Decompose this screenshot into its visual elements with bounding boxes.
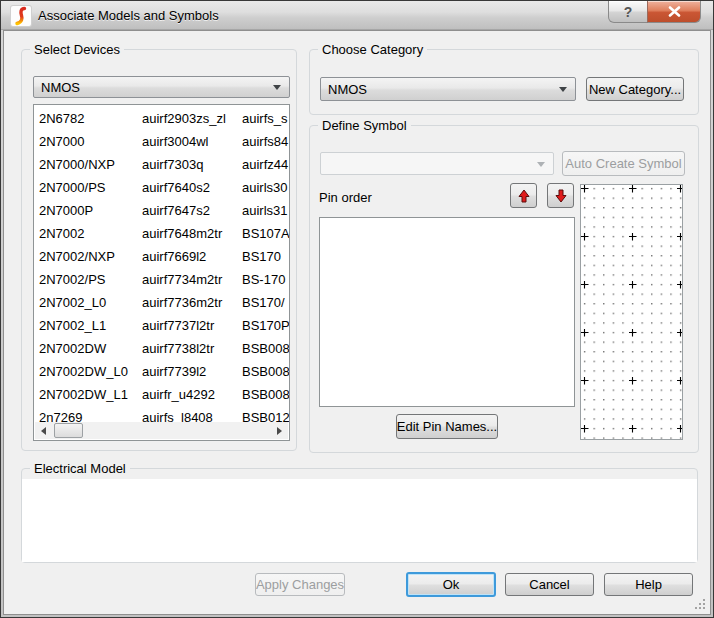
ok-button[interactable]: Ok: [406, 572, 496, 597]
select-devices-label: Select Devices: [30, 42, 124, 57]
list-item[interactable]: 2N7002/NXPauirf7669l2BS170: [34, 245, 289, 268]
list-item[interactable]: 2N7000auirf3004wlauirfs84: [34, 130, 289, 153]
electrical-model-textarea[interactable]: [22, 479, 697, 562]
device-listbox[interactable]: 2N6782auirf2903zs_zlauirfs_s2N7000auirf3…: [33, 104, 290, 441]
device-list-hscrollbar[interactable]: [35, 422, 288, 439]
symbol-combobox: [320, 152, 554, 175]
scroll-right-button[interactable]: [271, 422, 288, 439]
dialog-associate-models-and-symbols: Associate Models and Symbols ? Select De…: [0, 0, 714, 618]
pin-order-label: Pin order: [319, 190, 372, 205]
symbol-preview-canvas[interactable]: [580, 184, 683, 440]
category-combobox-value: NMOS: [328, 82, 367, 97]
list-item[interactable]: 2N7002_L0auirf7736m2trBS170/: [34, 291, 289, 314]
define-symbol-label: Define Symbol: [318, 118, 411, 133]
pin-order-listbox[interactable]: [319, 217, 575, 407]
device-list-rows: 2N6782auirf2903zs_zlauirfs_s2N7000auirf3…: [34, 107, 289, 429]
pin-move-down-button[interactable]: [547, 183, 574, 208]
list-item[interactable]: 2N7002auirf7648m2trBS107A: [34, 222, 289, 245]
chevron-down-icon: [273, 85, 281, 90]
titlebar-close-button[interactable]: [647, 1, 701, 23]
list-item[interactable]: 2N7002DWauirf7738l2trBSB008: [34, 337, 289, 360]
pin-move-up-button[interactable]: [510, 183, 537, 208]
chevron-down-icon: [537, 162, 545, 167]
list-item[interactable]: 2N7002_L1auirf7737l2trBS170P: [34, 314, 289, 337]
list-item[interactable]: 2N7002/PSauirf7734m2trBS-170: [34, 268, 289, 291]
electrical-model-label: Electrical Model: [30, 461, 130, 476]
scroll-right-icon: [277, 427, 282, 435]
help-button[interactable]: Help: [604, 573, 693, 596]
list-item[interactable]: 2N7002DW_L0auirf7739l2BSB008: [34, 360, 289, 383]
apply-changes-button: Apply Changes: [255, 573, 345, 596]
list-item[interactable]: 2N7000/NXPauirf7303qauirfz44: [34, 153, 289, 176]
scroll-left-button[interactable]: [35, 422, 52, 439]
choose-category-label: Choose Category: [318, 42, 427, 57]
arrow-down-icon: [555, 189, 567, 203]
new-category-button[interactable]: New Category...: [586, 77, 684, 101]
list-item[interactable]: 2N6782auirf2903zs_zlauirfs_s: [34, 107, 289, 130]
scroll-left-icon: [41, 427, 46, 435]
titlebar-help-button[interactable]: ?: [608, 1, 648, 23]
list-item[interactable]: 2N7002DW_L1auirfr_u4292BSB008: [34, 383, 289, 406]
close-icon: [668, 6, 681, 17]
title-bar[interactable]: Associate Models and Symbols ?: [1, 1, 713, 30]
chevron-down-icon: [559, 87, 567, 92]
list-item[interactable]: 2N7000/PSauirf7640s2auirls30: [34, 176, 289, 199]
resize-grip[interactable]: [703, 607, 705, 609]
cancel-button[interactable]: Cancel: [505, 573, 594, 596]
scrollbar-thumb[interactable]: [54, 423, 83, 438]
app-logo-icon: [11, 6, 31, 26]
device-type-combobox[interactable]: NMOS: [33, 76, 290, 98]
grid-dots-pattern: [581, 185, 682, 439]
list-item[interactable]: 2N7000Pauirf7647s2auirls31: [34, 199, 289, 222]
help-icon: ?: [624, 4, 633, 20]
auto-create-symbol-button: Auto Create Symbol: [562, 151, 685, 176]
category-combobox[interactable]: NMOS: [320, 77, 576, 101]
arrow-up-icon: [518, 189, 530, 203]
edit-pin-names-button[interactable]: Edit Pin Names...: [396, 414, 498, 439]
window-title: Associate Models and Symbols: [38, 8, 219, 23]
device-type-combobox-value: NMOS: [41, 80, 80, 95]
